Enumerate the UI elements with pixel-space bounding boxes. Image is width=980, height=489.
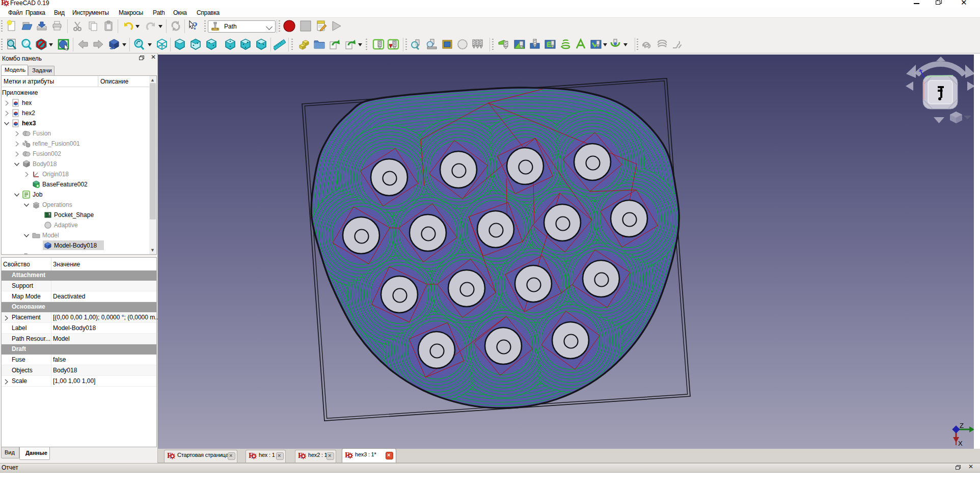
svg-text:Z: Z: [960, 422, 964, 429]
svg-text:X: X: [958, 440, 963, 447]
svg-text:?: ?: [193, 20, 198, 32]
